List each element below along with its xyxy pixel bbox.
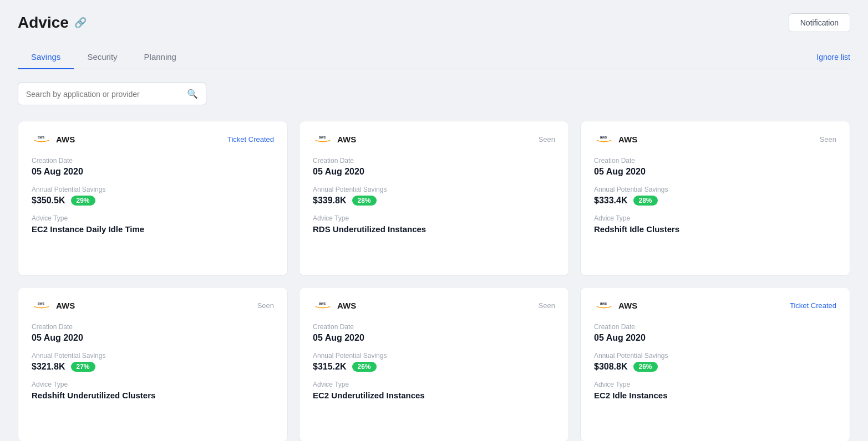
- savings-row: $339.8K 28%: [313, 196, 555, 206]
- card-status: Seen: [539, 301, 555, 310]
- card-header: aws AWS Seen: [594, 132, 836, 146]
- savings-row: $315.2K 26%: [313, 362, 555, 372]
- creation-date-label: Creation Date: [594, 157, 836, 165]
- creation-date-label: Creation Date: [32, 323, 274, 331]
- search-box: 🔍: [18, 83, 206, 105]
- svg-text:aws: aws: [600, 135, 607, 139]
- card-header: aws AWS Seen: [313, 132, 555, 146]
- savings-label: Annual Potential Savings: [313, 352, 555, 360]
- savings-badge: 28%: [633, 196, 658, 206]
- savings-badge: 26%: [633, 362, 658, 372]
- card-status: Seen: [820, 135, 836, 143]
- provider-logo: aws AWS: [32, 132, 75, 146]
- provider-logo: aws AWS: [594, 299, 637, 312]
- tab-savings[interactable]: Savings: [18, 45, 74, 69]
- savings-amount: $339.8K: [313, 196, 347, 206]
- search-input[interactable]: [26, 90, 182, 99]
- title-text: Advice: [18, 14, 69, 32]
- advice-card[interactable]: aws AWS Ticket Created Creation Date 05 …: [580, 287, 850, 441]
- savings-row: $350.5K 29%: [32, 196, 274, 206]
- advice-type-label: Advice Type: [313, 214, 555, 222]
- tabs-row: Savings Security Planning Ignore list: [18, 45, 850, 69]
- savings-row: $308.8K 26%: [594, 362, 836, 372]
- advice-type-label: Advice Type: [32, 214, 274, 222]
- creation-date-value: 05 Aug 2020: [313, 333, 555, 343]
- ignore-list-link[interactable]: Ignore list: [816, 53, 850, 61]
- creation-date-label: Creation Date: [313, 157, 555, 165]
- tabs: Savings Security Planning: [18, 45, 190, 69]
- advice-type-label: Advice Type: [313, 381, 555, 388]
- advice-type-value: EC2 Instance Daily Idle Time: [32, 224, 274, 234]
- advice-type-label: Advice Type: [32, 381, 274, 388]
- savings-label: Annual Potential Savings: [32, 352, 274, 360]
- creation-date-value: 05 Aug 2020: [594, 333, 836, 343]
- savings-badge: 27%: [71, 362, 95, 372]
- savings-badge: 29%: [71, 196, 95, 206]
- savings-badge: 26%: [352, 362, 377, 372]
- provider-name: AWS: [618, 135, 637, 144]
- advice-type-label: Advice Type: [594, 214, 836, 222]
- advice-type-value: EC2 Idle Instances: [594, 391, 836, 400]
- advice-type-value: Redshift Idle Clusters: [594, 224, 836, 234]
- svg-text:aws: aws: [319, 135, 326, 139]
- creation-date-label: Creation Date: [32, 157, 274, 165]
- savings-label: Annual Potential Savings: [594, 352, 836, 360]
- card-status: Seen: [539, 135, 555, 143]
- creation-date-label: Creation Date: [313, 323, 555, 331]
- aws-svg-icon: aws: [32, 132, 52, 146]
- svg-text:aws: aws: [319, 301, 326, 305]
- provider-logo: aws AWS: [313, 299, 356, 312]
- header: Advice 🔗 Notification: [18, 13, 850, 32]
- tab-security[interactable]: Security: [74, 45, 130, 69]
- card-status: Seen: [257, 301, 274, 310]
- advice-card[interactable]: aws AWS Seen Creation Date 05 Aug 2020 A…: [18, 287, 288, 441]
- savings-label: Annual Potential Savings: [32, 186, 274, 193]
- cards-grid: aws AWS Ticket Created Creation Date 05 …: [18, 121, 850, 441]
- provider-logo: aws AWS: [313, 132, 356, 146]
- page-title: Advice 🔗: [18, 14, 87, 32]
- aws-svg-icon: aws: [594, 299, 614, 312]
- savings-amount: $321.8K: [32, 362, 65, 372]
- advice-type-value: RDS Underutilized Instances: [313, 224, 555, 234]
- aws-svg-icon: aws: [594, 132, 614, 146]
- card-status: Ticket Created: [227, 135, 274, 143]
- creation-date-value: 05 Aug 2020: [594, 167, 836, 177]
- savings-label: Annual Potential Savings: [594, 186, 836, 193]
- creation-date-label: Creation Date: [594, 323, 836, 331]
- link-icon[interactable]: 🔗: [74, 17, 87, 29]
- search-icon: 🔍: [187, 89, 198, 99]
- creation-date-value: 05 Aug 2020: [313, 167, 555, 177]
- card-header: aws AWS Seen: [32, 299, 274, 312]
- provider-name: AWS: [337, 301, 356, 310]
- svg-text:aws: aws: [600, 301, 607, 305]
- svg-text:aws: aws: [38, 135, 45, 139]
- search-row: 🔍: [18, 83, 850, 105]
- advice-card[interactable]: aws AWS Seen Creation Date 05 Aug 2020 A…: [580, 121, 850, 276]
- provider-logo: aws AWS: [594, 132, 637, 146]
- notification-button[interactable]: Notification: [789, 13, 850, 32]
- aws-svg-icon: aws: [313, 132, 333, 146]
- provider-name: AWS: [56, 301, 75, 310]
- provider-name: AWS: [337, 135, 356, 144]
- savings-row: $333.4K 28%: [594, 196, 836, 206]
- aws-svg-icon: aws: [313, 299, 333, 312]
- advice-card[interactable]: aws AWS Seen Creation Date 05 Aug 2020 A…: [299, 121, 569, 276]
- advice-type-value: EC2 Underutilized Instances: [313, 391, 555, 400]
- savings-amount: $308.8K: [594, 362, 628, 372]
- card-header: aws AWS Seen: [313, 299, 555, 312]
- tab-planning[interactable]: Planning: [131, 45, 190, 69]
- card-header: aws AWS Ticket Created: [32, 132, 274, 146]
- provider-name: AWS: [618, 301, 637, 310]
- svg-text:aws: aws: [38, 301, 45, 305]
- advice-card[interactable]: aws AWS Ticket Created Creation Date 05 …: [18, 121, 288, 276]
- savings-badge: 28%: [352, 196, 377, 206]
- card-status: Ticket Created: [790, 301, 836, 310]
- savings-row: $321.8K 27%: [32, 362, 274, 372]
- advice-type-label: Advice Type: [594, 381, 836, 388]
- savings-amount: $315.2K: [313, 362, 347, 372]
- savings-label: Annual Potential Savings: [313, 186, 555, 193]
- creation-date-value: 05 Aug 2020: [32, 167, 274, 177]
- savings-amount: $350.5K: [32, 196, 65, 206]
- creation-date-value: 05 Aug 2020: [32, 333, 274, 343]
- advice-card[interactable]: aws AWS Seen Creation Date 05 Aug 2020 A…: [299, 287, 569, 441]
